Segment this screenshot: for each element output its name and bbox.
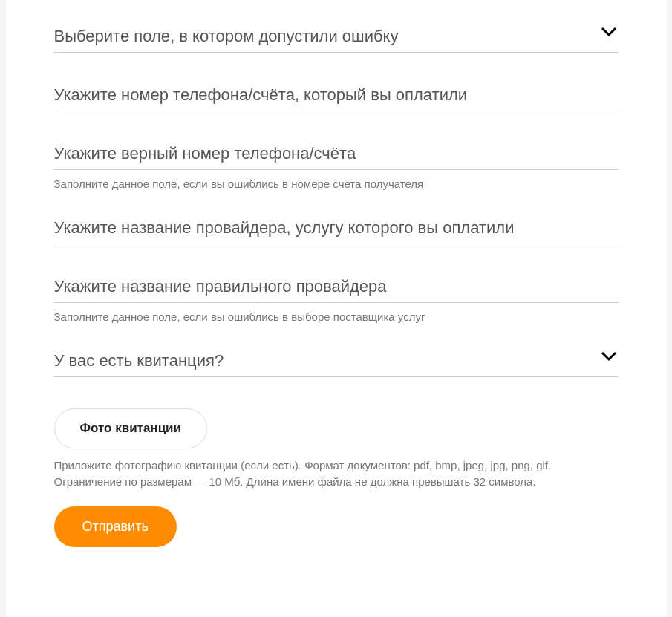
chevron-down-icon xyxy=(601,351,617,362)
has-receipt-group: У вас есть квитанция? xyxy=(54,347,619,377)
paid-phone-group xyxy=(54,81,619,111)
upload-helper-text: Приложите фотографию квитанции (если ест… xyxy=(54,457,611,490)
correct-provider-group: Заполните данное поле, если вы ошиблись … xyxy=(54,272,619,324)
correct-provider-helper: Заполните данное поле, если вы ошиблись … xyxy=(54,309,619,324)
paid-provider-group xyxy=(54,214,619,244)
submit-button[interactable]: Отправить xyxy=(54,506,177,547)
has-receipt-select[interactable]: У вас есть квитанция? xyxy=(54,347,619,377)
has-receipt-label: У вас есть квитанция? xyxy=(54,351,619,370)
error-field-label: Выберите поле, в котором допустили ошибк… xyxy=(54,27,619,46)
paid-provider-input[interactable] xyxy=(54,214,619,244)
paid-phone-input[interactable] xyxy=(54,81,619,111)
chevron-down-icon xyxy=(601,27,617,37)
correct-provider-input[interactable] xyxy=(54,272,619,303)
form-container: Выберите поле, в котором допустили ошибк… xyxy=(6,0,667,617)
upload-receipt-button[interactable]: Фото квитанции xyxy=(54,408,208,448)
error-field-select[interactable]: Выберите поле, в котором допустили ошибк… xyxy=(54,22,619,53)
error-field-group: Выберите поле, в котором допустили ошибк… xyxy=(54,22,619,53)
correct-phone-input[interactable] xyxy=(54,140,619,170)
correct-phone-helper: Заполните данное поле, если вы ошиблись … xyxy=(54,176,619,192)
correct-phone-group: Заполните данное поле, если вы ошиблись … xyxy=(54,140,619,192)
upload-section: Фото квитанции Приложите фотографию квит… xyxy=(54,408,619,547)
